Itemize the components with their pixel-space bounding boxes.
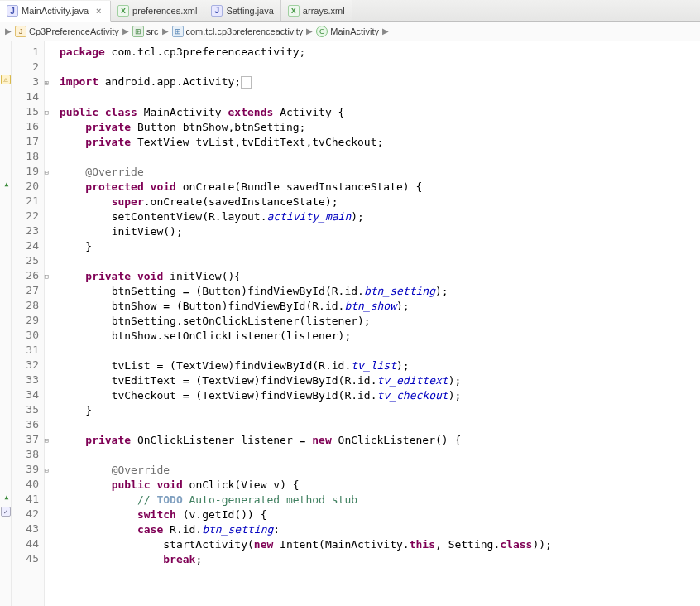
line-number: 17 [12,134,39,149]
code-editor[interactable]: ⚠ ▲ ▲ ✓ 1 2 3 14 15 16 17 18 19 20 21 22… [0,41,700,606]
breadcrumb-src[interactable]: ⊞ src [132,26,159,37]
line-number[interactable]: 37 [12,432,39,447]
line-number: 25 [12,253,39,268]
line-number[interactable]: 26 [12,268,39,283]
chevron-right-icon: ▶ [122,26,129,36]
warning-marker-icon[interactable]: ⚠ [1,75,11,84]
editor-tab-bar: J MainActivity.java × x preferences.xml … [0,0,700,22]
breadcrumb-label: Cp3PreferenceActivity [29,26,119,36]
tab-setting[interactable]: J Setting.java [204,0,280,21]
line-number[interactable]: 19 [12,164,39,179]
line-number: 32 [12,358,39,373]
chevron-right-icon: ▶ [382,26,389,36]
line-number: 14 [12,89,39,104]
line-number: 38 [12,447,39,462]
fold-indicator-icon[interactable] [241,76,252,89]
todo-marker-icon[interactable]: ✓ [1,507,11,517]
line-number: 20 [12,179,39,194]
line-number: 24 [12,238,39,253]
java-file-icon: J [7,5,18,17]
override-marker-icon[interactable]: ▲ [2,179,12,189]
line-number: 36 [12,417,39,432]
line-number: 29 [12,313,39,328]
line-number[interactable]: 3 [12,75,39,89]
line-number: 45 [12,551,39,566]
line-number: 28 [12,298,39,313]
line-number: 35 [12,402,39,417]
line-number[interactable]: 39 [12,462,39,477]
line-number-gutter: 1 2 3 14 15 16 17 18 19 20 21 22 23 24 2… [12,41,45,606]
breadcrumb-package[interactable]: ⊞ com.tcl.cp3preferenceactivity [172,26,304,37]
line-number: 43 [12,522,39,536]
xml-file-icon: x [117,5,129,17]
class-icon: C [316,26,328,37]
java-file-icon: J [211,5,223,17]
tab-preferences[interactable]: x preferences.xml [111,0,204,21]
line-number: 27 [12,283,39,298]
chevron-right-icon: ▶ [306,26,313,36]
line-number: 42 [12,507,39,522]
line-number: 30 [12,328,39,343]
line-number: 18 [12,149,39,164]
line-number: 21 [12,194,39,209]
xml-file-icon: x [288,5,300,17]
breadcrumb: ▶ J Cp3PreferenceActivity ▶ ⊞ src ▶ ⊞ co… [0,22,700,41]
tab-label: Setting.java [226,6,273,16]
breadcrumb-label: MainActivity [330,26,379,36]
breadcrumb-label: com.tcl.cp3preferenceactivity [186,26,304,36]
chevron-right-icon: ▶ [162,26,169,36]
source-folder-icon: ⊞ [132,26,144,37]
line-number: 31 [12,343,39,358]
line-number: 16 [12,119,39,134]
tab-label: preferences.xml [132,6,197,16]
line-number: 34 [12,387,39,402]
line-number: 2 [12,60,39,75]
tab-label: arrays.xml [303,6,345,16]
breadcrumb-label: src [146,26,159,36]
tab-arrays[interactable]: x arrays.xml [281,0,352,21]
package-icon: ⊞ [172,26,184,37]
line-number: 22 [12,209,39,224]
breadcrumb-class[interactable]: C MainActivity [316,26,379,37]
line-number: 40 [12,477,39,492]
line-number: 33 [12,373,39,387]
override-marker-icon[interactable]: ▲ [2,492,12,502]
project-icon: J [15,26,26,37]
code-content[interactable]: package com.tcl.cp3preferenceactivity; i… [45,41,700,606]
line-number: 41 [12,492,39,507]
line-number[interactable]: 15 [12,104,39,119]
line-number: 1 [12,45,39,60]
close-icon[interactable]: × [93,6,103,16]
chevron-right-icon: ▶ [5,26,12,36]
tab-mainactivity[interactable]: J MainActivity.java × [0,1,111,22]
line-number: 23 [12,224,39,238]
line-number: 44 [12,536,39,551]
breadcrumb-project[interactable]: J Cp3PreferenceActivity [15,26,119,37]
tab-label: MainActivity.java [22,6,89,16]
marker-column: ⚠ ▲ ▲ ✓ [0,41,12,606]
